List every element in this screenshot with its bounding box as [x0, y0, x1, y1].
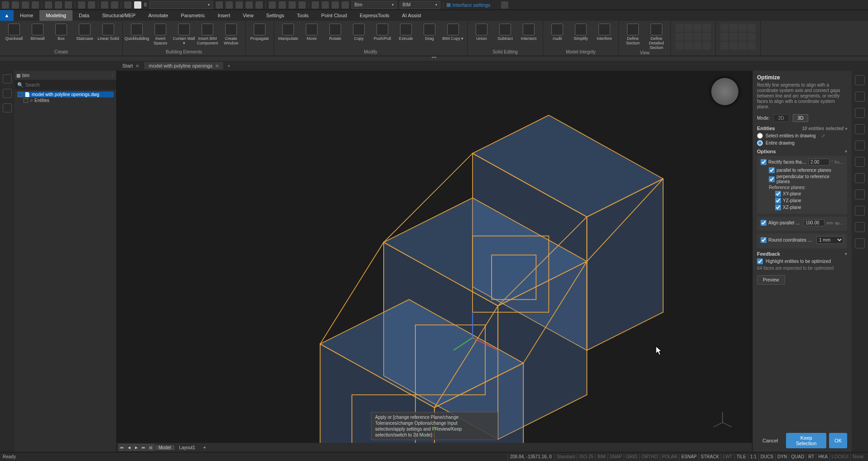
collapse-icon[interactable]: ▾: [845, 149, 847, 154]
status-grid[interactable]: GRID: [624, 454, 639, 460]
qat-icon[interactable]: [269, 1, 276, 9]
layout-next[interactable]: ▶: [133, 444, 140, 451]
structure-icon[interactable]: [3, 103, 12, 112]
status-none[interactable]: None: [850, 454, 865, 460]
ribbon-small-tool[interactable]: [720, 24, 728, 32]
qat-icon[interactable]: [342, 1, 349, 9]
mode-3d-button[interactable]: 3D: [793, 114, 809, 122]
rectify-checkbox[interactable]: [761, 159, 767, 165]
qat-icon[interactable]: [55, 1, 62, 9]
tool-icon[interactable]: [855, 92, 865, 102]
status-dyn[interactable]: DYN: [775, 454, 789, 460]
layout-tab-layout1[interactable]: Layout1: [175, 445, 199, 450]
qat-icon[interactable]: [322, 1, 329, 9]
ribbon-small-tool[interactable]: [675, 42, 684, 50]
app-logo[interactable]: ▲: [0, 10, 14, 21]
layout-prev[interactable]: ◀: [126, 444, 132, 451]
preview-button[interactable]: Preview: [757, 275, 785, 285]
qat-icon[interactable]: [279, 1, 286, 9]
menu-tab-expresstools[interactable]: ExpressTools: [353, 10, 395, 21]
status-polar[interactable]: POLAR: [660, 454, 679, 460]
ribbon-small-tool[interactable]: [747, 42, 756, 50]
panel-header[interactable]: ▦ bim ⋮: [14, 71, 116, 80]
expand-icon[interactable]: [18, 92, 23, 97]
ribbon-linear-solid[interactable]: Linear Solid: [97, 22, 120, 41]
status-strack[interactable]: STRACK: [699, 454, 721, 460]
ribbon-small-tool[interactable]: [685, 42, 693, 50]
ribbon-small-tool[interactable]: [747, 24, 756, 32]
layout-tab-model[interactable]: Model: [155, 445, 174, 450]
align-value[interactable]: [804, 219, 825, 226]
menu-tab-structural-mep[interactable]: Structural/MEP: [96, 10, 142, 21]
ribbon-extrude[interactable]: Extrude: [395, 22, 417, 41]
tool-icon[interactable]: [855, 222, 865, 232]
layout-first[interactable]: ⏮: [119, 444, 125, 451]
qat-icon[interactable]: [246, 1, 253, 9]
ribbon-copy[interactable]: Copy: [347, 22, 370, 41]
layout-last[interactable]: ⏭: [140, 444, 147, 451]
radio-entire-drawing[interactable]: [757, 140, 763, 146]
round-select[interactable]: 1 mm: [816, 236, 844, 244]
xy-plane-checkbox[interactable]: [775, 191, 781, 197]
ribbon-bimwall[interactable]: Bimwall: [26, 22, 49, 41]
qat-icon[interactable]: [32, 1, 39, 9]
bulb-icon[interactable]: [3, 74, 12, 83]
ribbon-staircase[interactable]: Staircase: [73, 22, 96, 41]
print-icon[interactable]: [124, 1, 131, 9]
undo-icon[interactable]: [78, 1, 85, 9]
ribbon-collapse-handle[interactable]: •••: [0, 56, 868, 61]
status-esnap[interactable]: ESNAP: [679, 454, 699, 460]
layout-list[interactable]: ▤: [148, 444, 154, 451]
tool-icon[interactable]: [855, 108, 865, 118]
color-swatch[interactable]: [134, 1, 141, 9]
status-lockui[interactable]: LOCKUI: [829, 454, 850, 460]
menu-tab-ai-assist[interactable]: AI Assist: [395, 10, 427, 21]
ribbon-union[interactable]: Union: [470, 22, 493, 41]
ribbon-quickwall[interactable]: Quickwall: [3, 22, 25, 41]
ribbon-small-tool[interactable]: [703, 24, 711, 32]
ribbon-small-tool[interactable]: [729, 24, 738, 32]
status-snap[interactable]: SNAP: [608, 454, 624, 460]
tool-icon[interactable]: [855, 189, 865, 199]
menu-tab-settings[interactable]: Settings: [260, 10, 291, 21]
menu-tab-view[interactable]: View: [236, 10, 260, 21]
layout-add[interactable]: +: [200, 445, 210, 450]
ribbon-small-tool[interactable]: [720, 33, 728, 41]
new-tab-button[interactable]: +: [224, 63, 234, 68]
qat-icon[interactable]: [2, 1, 9, 9]
ribbon-invert-spaces[interactable]: Invert Spaces: [149, 22, 172, 45]
ribbon-create-window[interactable]: Create Window: [220, 22, 242, 45]
status-ducs[interactable]: DUCS: [758, 454, 775, 460]
viewport-3d[interactable]: Apply or [change reference Plane/change …: [117, 71, 752, 452]
ribbon-insert-bim-component[interactable]: Insert BIM Component: [196, 22, 219, 45]
layer-dropdown[interactable]: ▾: [149, 1, 213, 9]
tree-file-row[interactable]: 📄 model with polyline openings.dwg: [17, 92, 114, 97]
doc-tab[interactable]: model with polyline openings✕: [144, 62, 224, 69]
qat-icon[interactable]: [216, 1, 223, 9]
tool-icon[interactable]: [855, 75, 865, 85]
menu-tab-point-cloud[interactable]: Point Cloud: [315, 10, 353, 21]
ribbon-small-tool[interactable]: [694, 33, 702, 41]
menu-tab-modeling[interactable]: Modeling: [39, 10, 72, 21]
tool-icon[interactable]: [855, 173, 865, 183]
tool-icon[interactable]: [855, 141, 865, 150]
highlight-checkbox[interactable]: [757, 258, 763, 264]
ribbon-intersect[interactable]: Intersect: [517, 22, 540, 41]
ribbon-small-tool[interactable]: [720, 42, 728, 50]
tool-icon[interactable]: [855, 206, 865, 216]
ribbon-manipulate[interactable]: Manipulate: [277, 22, 299, 41]
ribbon-small-tool[interactable]: [738, 24, 747, 32]
close-icon[interactable]: ✕: [215, 63, 219, 68]
qat-icon[interactable]: [256, 1, 263, 9]
doc-tab[interactable]: Start✕: [118, 62, 144, 69]
ribbon-audit[interactable]: Audit: [546, 22, 569, 41]
ribbon-curtain-wall-[interactable]: Curtain Wall ▾: [173, 22, 195, 45]
menu-tab-tools[interactable]: Tools: [290, 10, 315, 21]
ribbon-small-tool[interactable]: [729, 42, 738, 50]
home-icon[interactable]: [3, 89, 12, 98]
ribbon-define-detailed-section[interactable]: Define Detailed Section: [645, 22, 668, 50]
ribbon-move[interactable]: Move: [300, 22, 323, 41]
align-checkbox[interactable]: [761, 220, 767, 226]
ok-button[interactable]: OK: [829, 433, 847, 448]
ribbon-interfere[interactable]: Interfere: [593, 22, 616, 41]
